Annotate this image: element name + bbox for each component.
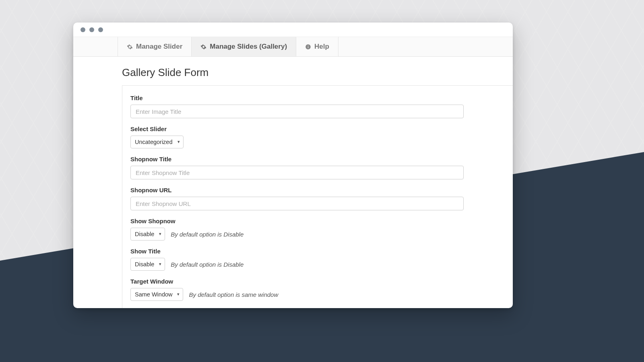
select-slider-dropdown[interactable]: Uncategorized [130,136,184,148]
gear-icon [127,44,133,50]
label-title: Title [130,95,505,101]
window-control-minimize[interactable] [89,27,94,32]
target-window-dropdown[interactable]: Same Window [130,288,183,301]
label-target-window: Target Window [130,278,505,285]
field-title: Title [130,95,505,118]
svg-rect-1 [308,46,308,48]
tab-bar: Manage Slider Manage Slides (Gallery) He… [73,37,513,57]
field-shopnow-title: Shopnow Title [130,156,505,179]
window-titlebar [73,23,513,37]
shopnow-url-input[interactable] [130,197,464,210]
select-value: Uncategorized [135,139,173,145]
form-panel: Title Select Slider Uncategorized Shopno… [122,85,513,308]
tab-label: Help [314,43,329,51]
page-title: Gallery Slide Form [73,64,513,85]
content-area: Gallery Slide Form Title Select Slider U… [73,57,513,308]
hint-target-window: By default option is same window [189,291,278,298]
svg-rect-2 [308,45,308,45]
tab-manage-slider[interactable]: Manage Slider [118,37,192,56]
select-value: Disable [135,261,154,267]
tab-help[interactable]: Help [296,37,339,56]
label-select-slider: Select Slider [130,125,505,132]
tab-label: Manage Slides (Gallery) [210,43,287,51]
window-control-zoom[interactable] [98,27,103,32]
hint-show-shopnow: By default option is Disable [171,231,244,238]
label-show-title: Show Title [130,248,505,255]
field-show-title: Show Title Disable By default option is … [130,248,505,271]
show-title-dropdown[interactable]: Disable [130,258,165,271]
select-value: Same Window [135,291,172,298]
shopnow-title-input[interactable] [130,166,464,179]
app-window: Manage Slider Manage Slides (Gallery) He… [73,23,513,308]
field-show-shopnow: Show Shopnow Disable By default option i… [130,218,505,241]
field-target-window: Target Window Same Window By default opt… [130,278,505,301]
tab-label: Manage Slider [136,43,182,51]
hint-show-title: By default option is Disable [171,261,244,268]
tab-manage-slides-gallery[interactable]: Manage Slides (Gallery) [192,37,296,56]
label-show-shopnow: Show Shopnow [130,218,505,224]
gear-icon [200,44,206,50]
info-icon [305,44,311,50]
show-shopnow-dropdown[interactable]: Disable [130,228,165,241]
field-shopnow-url: Shopnow URL [130,187,505,210]
select-value: Disable [135,231,154,237]
window-control-close[interactable] [80,27,85,32]
title-input[interactable] [130,105,464,118]
label-shopnow-title: Shopnow Title [130,156,505,162]
field-select-slider: Select Slider Uncategorized [130,125,505,148]
label-shopnow-url: Shopnow URL [130,187,505,193]
